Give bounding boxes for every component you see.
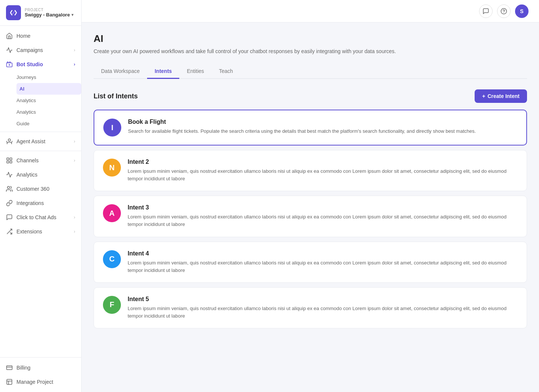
subnav-guide[interactable]: Guide xyxy=(16,118,81,129)
logo xyxy=(6,5,21,20)
sidebar-item-agent-assist[interactable]: Agent Assist › xyxy=(0,134,81,148)
create-intent-label: Create Intent xyxy=(487,93,520,99)
topbar: S xyxy=(82,0,539,22)
channels-icon xyxy=(6,157,13,164)
nav-divider-2 xyxy=(0,151,81,151)
page-description: Create your own AI powered workflows and… xyxy=(94,48,527,55)
project-name[interactable]: Swiggy - Bangalore ▾ xyxy=(25,12,73,18)
intent-avatar-intent-3: A xyxy=(103,204,121,222)
sidebar-item-click-to-chat[interactable]: Click to Chat Ads › xyxy=(0,210,81,224)
tab-intents[interactable]: Intents xyxy=(147,64,179,79)
intent-avatar-intent-4: C xyxy=(103,250,121,268)
sidebar-item-bot-studio[interactable]: Bot Studio › xyxy=(0,57,81,71)
chevron-right-icon: › xyxy=(74,48,75,53)
agent-assist-icon xyxy=(6,138,13,145)
intent-name-intent-4: Intent 4 xyxy=(128,250,518,257)
intent-avatar-intent-2: N xyxy=(103,159,121,177)
main-content: S AI Create your own AI powered workflow… xyxy=(82,0,539,392)
intent-desc-intent-1: Search for available flight tickets. Pop… xyxy=(128,128,517,135)
bot-studio-subnav: Journeys AI Analytics Analytics Guide xyxy=(0,71,81,129)
sidebar-item-manage-project[interactable]: Manage Project xyxy=(0,375,81,389)
intent-desc-intent-4: Lorem ipsum minim veniam, quis nostrud e… xyxy=(128,259,518,274)
tab-data-workspace[interactable]: Data Workspace xyxy=(94,64,147,79)
sidebar-item-label-manage-project: Manage Project xyxy=(16,379,53,385)
intent-name-intent-3: Intent 3 xyxy=(128,204,518,211)
billing-icon xyxy=(6,364,13,371)
tabs-container: Data Workspace Intents Entities Teach xyxy=(94,64,527,79)
subnav-analytics-1[interactable]: Analytics xyxy=(16,95,81,106)
list-header: List of Intents + Create Intent xyxy=(94,89,527,103)
sidebar-item-channels[interactable]: Channels › xyxy=(0,153,81,168)
sidebar-item-label-analytics: Analytics xyxy=(16,172,37,178)
extensions-icon xyxy=(6,228,13,235)
campaigns-icon xyxy=(6,47,13,53)
manage-project-icon xyxy=(6,379,13,385)
sidebar-item-label-home: Home xyxy=(16,33,30,39)
subnav-analytics-2[interactable]: Analytics xyxy=(16,106,81,118)
sidebar-item-label-channels: Channels xyxy=(16,157,39,163)
sidebar-item-customer360[interactable]: Customer 360 xyxy=(0,182,81,196)
customer360-icon xyxy=(6,186,13,192)
sidebar-bottom: Billing Manage Project xyxy=(0,357,81,392)
create-intent-button[interactable]: + Create Intent xyxy=(475,89,527,103)
tab-entities[interactable]: Entities xyxy=(179,64,211,79)
svg-rect-6 xyxy=(10,161,12,163)
page-title: AI xyxy=(94,33,527,45)
svg-rect-7 xyxy=(7,161,9,163)
sidebar: PROJECT Swiggy - Bangalore ▾ Home Cam xyxy=(0,0,82,392)
sidebar-item-label-extensions: Extensions xyxy=(16,229,42,235)
user-avatar[interactable]: S xyxy=(515,4,529,18)
sidebar-item-billing[interactable]: Billing xyxy=(0,361,81,375)
sidebar-item-campaigns[interactable]: Campaigns › xyxy=(0,43,81,57)
svg-rect-11 xyxy=(7,366,12,370)
chevron-right-icon-bot: › xyxy=(74,62,75,67)
nav-divider-1 xyxy=(0,132,81,132)
chat-icon-button[interactable] xyxy=(479,4,493,18)
sidebar-nav: Home Campaigns › Bot Studio › xyxy=(0,26,81,357)
intent-name-intent-5: Intent 5 xyxy=(128,296,518,303)
list-title: List of Intents xyxy=(94,92,138,100)
sidebar-item-label-click-to-chat: Click to Chat Ads xyxy=(16,214,57,220)
project-info: PROJECT Swiggy - Bangalore ▾ xyxy=(25,8,73,18)
chevron-right-icon-ads: › xyxy=(74,215,75,220)
chevron-down-icon: ▾ xyxy=(71,13,73,17)
help-icon-button[interactable] xyxy=(497,4,511,18)
content-area: AI Create your own AI powered workflows … xyxy=(82,22,539,392)
intent-desc-intent-5: Lorem ipsum minim veniam, quis nostrud e… xyxy=(128,305,518,320)
intent-card-intent-3[interactable]: AIntent 3Lorem ipsum minim veniam, quis … xyxy=(94,196,527,237)
sidebar-item-label-billing: Billing xyxy=(16,365,30,371)
sidebar-item-extensions[interactable]: Extensions › xyxy=(0,224,81,239)
chevron-right-icon-ext: › xyxy=(74,229,75,234)
svg-rect-4 xyxy=(7,158,9,160)
subnav-journeys[interactable]: Journeys xyxy=(16,71,81,83)
analytics-icon xyxy=(6,171,13,178)
svg-rect-5 xyxy=(10,158,12,160)
intent-avatar-intent-1: I xyxy=(103,119,121,137)
chevron-right-icon-agent: › xyxy=(74,139,75,144)
bot-studio-icon xyxy=(6,61,13,68)
intent-name-intent-1: Book a Flight xyxy=(128,119,517,125)
svg-point-8 xyxy=(7,186,10,189)
sidebar-item-home[interactable]: Home xyxy=(0,29,81,43)
intent-card-intent-1[interactable]: IBook a FlightSearch for available fligh… xyxy=(94,110,527,146)
svg-rect-13 xyxy=(7,379,12,385)
project-label: PROJECT xyxy=(25,8,73,12)
intent-card-intent-5[interactable]: FIntent 5Lorem ipsum minim veniam, quis … xyxy=(94,287,527,328)
sidebar-item-label-integrations: Integrations xyxy=(16,200,44,206)
sidebar-item-label-agent-assist: Agent Assist xyxy=(16,138,45,144)
tab-teach[interactable]: Teach xyxy=(211,64,240,79)
sidebar-item-label-campaigns: Campaigns xyxy=(16,47,43,53)
sidebar-item-analytics[interactable]: Analytics xyxy=(0,168,81,182)
intent-list: IBook a FlightSearch for available fligh… xyxy=(94,110,527,333)
intent-desc-intent-2: Lorem ipsum minim veniam, quis nostrud e… xyxy=(128,168,518,183)
intent-avatar-intent-5: F xyxy=(103,296,121,314)
chevron-right-icon-channels: › xyxy=(74,158,75,163)
plus-icon: + xyxy=(482,93,485,99)
sidebar-item-integrations[interactable]: Integrations xyxy=(0,196,81,210)
intent-card-intent-2[interactable]: NIntent 2Lorem ipsum minim veniam, quis … xyxy=(94,150,527,191)
intent-desc-intent-3: Lorem ipsum minim veniam, quis nostrud e… xyxy=(128,213,518,228)
intent-card-intent-4[interactable]: CIntent 4Lorem ipsum minim veniam, quis … xyxy=(94,242,527,283)
intent-name-intent-2: Intent 2 xyxy=(128,159,518,165)
sidebar-item-label-customer360: Customer 360 xyxy=(16,186,49,192)
subnav-ai[interactable]: AI xyxy=(16,83,81,95)
